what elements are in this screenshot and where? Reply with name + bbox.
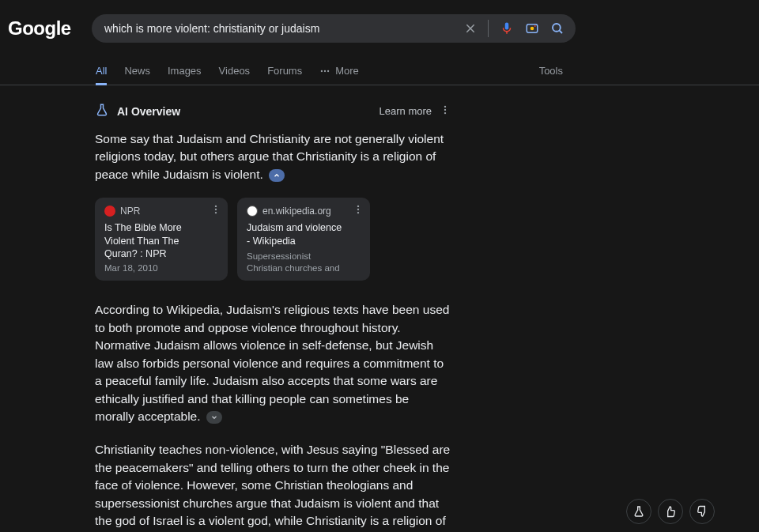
svg-line-6	[560, 31, 562, 33]
thumbs-down-button[interactable]	[689, 499, 715, 524]
search-bar	[92, 14, 576, 43]
card-menu-icon[interactable]	[210, 204, 221, 217]
card-source: NPR	[104, 206, 202, 217]
card-snippet: Supersessionist Christian churches and t…	[247, 251, 345, 273]
source-card[interactable]: NPR Is The Bible More Violent Than The Q…	[95, 198, 228, 281]
expand-sources-pill[interactable]	[206, 411, 222, 424]
tabs: All News Images Videos Forums More	[96, 57, 359, 85]
card-title: Judaism and violence - Wikipedia	[247, 221, 345, 247]
clear-icon[interactable]	[464, 22, 477, 35]
ai-overview-menu-icon[interactable]	[440, 104, 451, 118]
ai-para2-text: Christianity teaches non-violence, with …	[95, 443, 450, 532]
tab-more[interactable]: More	[319, 57, 359, 85]
card-date: Mar 18, 2010	[104, 263, 202, 273]
svg-point-13	[215, 206, 217, 207]
favicon-icon	[104, 206, 115, 217]
svg-point-7	[321, 70, 323, 71]
source-cards: NPR Is The Bible More Violent Than The Q…	[95, 198, 553, 281]
image-search-icon[interactable]	[525, 21, 539, 36]
svg-point-18	[357, 212, 359, 213]
tab-all[interactable]: All	[96, 57, 107, 85]
tools-button[interactable]: Tools	[539, 57, 563, 85]
card-source: en.wikipedia.org	[247, 206, 345, 217]
tab-forums[interactable]: Forums	[267, 57, 302, 85]
ai-paragraph-2: Christianity teaches non-violence, with …	[95, 441, 451, 532]
svg-point-14	[215, 209, 217, 210]
ai-overview-header: AI Overview Learn more	[95, 103, 553, 119]
ai-para1-text: According to Wikipedia, Judaism's religi…	[95, 303, 449, 423]
content: AI Overview Learn more Some say that Jud…	[0, 85, 553, 532]
voice-search-icon[interactable]	[500, 21, 514, 36]
ai-overview-title: AI Overview	[117, 105, 180, 118]
svg-point-17	[357, 209, 359, 210]
search-actions	[464, 20, 565, 37]
tab-videos[interactable]: Videos	[219, 57, 251, 85]
svg-point-16	[357, 206, 359, 207]
ai-intro-paragraph: Some say that Judaism and Christianity a…	[95, 130, 451, 183]
search-input[interactable]	[104, 22, 455, 35]
svg-point-3	[531, 27, 534, 31]
svg-point-5	[553, 24, 561, 32]
divider	[488, 20, 489, 37]
flask-icon	[95, 103, 109, 119]
ai-flask-button[interactable]	[626, 499, 651, 524]
tab-more-label: More	[335, 65, 359, 77]
source-card[interactable]: en.wikipedia.org Judaism and violence - …	[237, 198, 370, 281]
learn-more-link[interactable]: Learn more	[380, 105, 432, 117]
ai-overview-actions: Learn more	[380, 104, 451, 118]
card-site: en.wikipedia.org	[262, 206, 331, 217]
card-title: Is The Bible More Violent Than The Quran…	[104, 221, 202, 260]
svg-point-4	[534, 25, 536, 27]
svg-point-8	[324, 70, 326, 71]
tabs-row: All News Images Videos Forums More Tools	[0, 57, 759, 85]
tab-news[interactable]: News	[124, 57, 150, 85]
card-site: NPR	[120, 206, 140, 217]
svg-point-10	[444, 106, 446, 108]
header: Google	[0, 0, 759, 57]
collapse-pill[interactable]	[269, 169, 285, 182]
favicon-icon	[247, 206, 258, 217]
feedback-tray	[626, 499, 715, 524]
card-menu-icon[interactable]	[353, 204, 364, 217]
svg-point-12	[444, 112, 446, 114]
search-icon[interactable]	[550, 21, 565, 36]
google-logo[interactable]: Google	[8, 17, 73, 40]
svg-point-11	[444, 109, 446, 111]
tab-images[interactable]: Images	[168, 57, 202, 85]
svg-point-15	[215, 212, 217, 213]
svg-point-9	[327, 70, 329, 71]
thumbs-up-button[interactable]	[658, 499, 683, 524]
ai-paragraph-1: According to Wikipedia, Judaism's religi…	[95, 301, 451, 425]
